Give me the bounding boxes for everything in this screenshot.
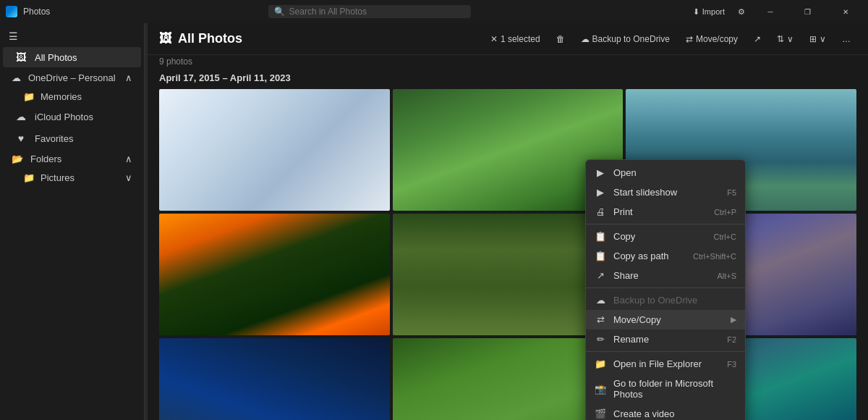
sidebar-pictures-label: Pictures — [41, 172, 75, 183]
app-body: ☰ 🖼 All Photos ☁ OneDrive – Personal ∧ 📁… — [0, 23, 868, 420]
photo-image-7 — [159, 338, 390, 420]
menu-item-create-video[interactable]: 🎬 Create a video — [586, 404, 745, 420]
sidebar-item-label: All Photos — [35, 52, 77, 63]
close-button[interactable]: ✕ — [829, 0, 862, 23]
close-selection-icon: ✕ — [490, 34, 498, 44]
menu-share-label: Share — [613, 270, 639, 281]
menu-slideshow-label: Start slideshow — [613, 187, 677, 198]
photo-cell-7[interactable] — [159, 338, 390, 420]
photo-image-1 — [159, 89, 390, 211]
photo-cell-4[interactable] — [159, 214, 390, 335]
sidebar-item-pictures[interactable]: 📁 Pictures ∨ — [0, 169, 144, 187]
movecopy-context-icon: ⇄ — [595, 314, 606, 325]
sidebar-item-favorites[interactable]: ♥ Favorites — [3, 128, 141, 148]
menu-item-slideshow[interactable]: ▶ Start slideshow F5 — [586, 182, 745, 202]
search-bar[interactable]: 🔍 — [268, 5, 471, 18]
delete-icon: 🗑 — [556, 34, 565, 44]
onedrive-icon: ☁ — [12, 72, 21, 83]
import-button[interactable]: ⬇ Import — [689, 6, 729, 18]
close-icon: ✕ — [843, 8, 848, 16]
minimize-button[interactable]: ─ — [754, 0, 787, 23]
date-range: April 17, 2015 – April 11, 2023 — [148, 67, 868, 86]
titlebar-left: Photos — [6, 6, 50, 17]
backup-button[interactable]: ☁ Backup to OneDrive — [575, 31, 676, 47]
restore-icon: ❐ — [804, 8, 811, 16]
copy-shortcut: Ctrl+C — [714, 232, 736, 241]
more-button[interactable]: … — [836, 31, 856, 47]
sidebar-item-onedrive[interactable]: ☁ OneDrive – Personal ∧ — [0, 68, 144, 88]
menu-go-to-folder-label: Go to folder in Microsoft Photos — [613, 378, 736, 400]
photo-cell-1[interactable] — [159, 89, 390, 211]
sort-button[interactable]: ⇅ ∨ — [771, 31, 799, 47]
selected-count-badge[interactable]: ✕ 1 selected — [485, 31, 546, 47]
menu-item-copy-path[interactable]: 📋 Copy as path Ctrl+Shift+C — [586, 246, 745, 266]
movecopy-button[interactable]: ⇄ Move/copy — [680, 31, 744, 47]
view-chevron: ∨ — [820, 34, 826, 44]
print-icon: 🖨 — [595, 206, 606, 217]
menu-divider-1 — [586, 224, 745, 224]
slideshow-shortcut: F5 — [727, 188, 736, 197]
menu-movecopy-label: Move/Copy — [613, 314, 661, 325]
menu-item-movecopy[interactable]: ⇄ Move/Copy ▶ — [586, 310, 745, 329]
share-icon: ↗ — [754, 34, 761, 44]
menu-item-open[interactable]: ▶ Open — [586, 163, 745, 182]
sidebar-memories-label: Memories — [41, 91, 82, 102]
pictures-icon: 📁 — [23, 172, 35, 183]
backup-context-icon: ☁ — [595, 295, 606, 306]
titlebar-right: ⬇ Import ⚙ ─ ❐ ✕ — [689, 0, 862, 23]
explorer-icon: 📁 — [595, 358, 606, 369]
context-menu: ▶ Open ▶ Start slideshow F5 🖨 Print Ctrl… — [585, 159, 746, 420]
share-button[interactable]: ↗ — [748, 31, 767, 47]
movecopy-icon: ⇄ — [686, 34, 693, 44]
sidebar-item-all-photos[interactable]: 🖼 All Photos — [3, 47, 141, 67]
share-context-icon: ↗ — [595, 270, 606, 281]
menu-copy-path-label: Copy as path — [613, 251, 669, 261]
import-label: Import — [702, 7, 725, 16]
menu-open-label: Open — [613, 167, 637, 178]
content-area: 🖼 All Photos ✕ 1 selected 🗑 ☁ Backup to … — [148, 23, 868, 420]
settings-button[interactable]: ⚙ — [733, 6, 749, 18]
menu-item-share[interactable]: ↗ Share Alt+S — [586, 266, 745, 285]
slideshow-icon: ▶ — [595, 187, 606, 198]
favorites-icon: ♥ — [14, 133, 27, 144]
menu-item-print[interactable]: 🖨 Print Ctrl+P — [586, 202, 745, 222]
view-button[interactable]: ⊞ ∨ — [804, 31, 832, 47]
search-icon: 🔍 — [274, 7, 285, 17]
menu-item-go-to-folder[interactable]: 📸 Go to folder in Microsoft Photos — [586, 374, 745, 404]
menu-explorer-label: Open in File Explorer — [613, 358, 702, 369]
sidebar-item-memories[interactable]: 📁 Memories — [0, 88, 144, 106]
sidebar-item-icloud[interactable]: ☁ iCloud Photos — [3, 106, 141, 127]
minimize-icon: ─ — [767, 8, 773, 16]
restore-button[interactable]: ❐ — [791, 0, 825, 23]
titlebar: Photos 🔍 ⬇ Import ⚙ ─ ❐ ✕ — [0, 0, 868, 23]
menu-item-open-explorer[interactable]: 📁 Open in File Explorer F3 — [586, 354, 745, 374]
sort-icon: ⇅ — [777, 34, 784, 44]
menu-item-rename[interactable]: ✏ Rename F2 — [586, 329, 745, 349]
search-input[interactable] — [289, 7, 465, 17]
sidebar-folders-label: Folders — [30, 154, 61, 164]
backup-label: Backup to OneDrive — [592, 34, 670, 44]
menu-backup-label: Backup to OneDrive — [613, 295, 697, 306]
all-photos-icon: 🖼 — [14, 51, 27, 63]
menu-item-copy[interactable]: 📋 Copy Ctrl+C — [586, 227, 745, 246]
page-title-icon: 🖼 — [159, 31, 172, 46]
import-icon: ⬇ — [693, 7, 699, 17]
chevron-up-icon: ∧ — [125, 72, 132, 83]
sidebar-item-folders[interactable]: 📂 Folders ∧ — [0, 149, 144, 169]
photo-image-4 — [159, 214, 390, 335]
hamburger-button[interactable]: ☰ — [0, 26, 144, 46]
copy-path-icon: 📋 — [595, 251, 606, 261]
sidebar-onedrive-label: OneDrive – Personal — [28, 72, 116, 83]
page-title-text: All Photos — [178, 31, 242, 46]
memories-icon: 📁 — [23, 91, 35, 102]
app-name: Photos — [23, 7, 50, 17]
copy-icon: 📋 — [595, 231, 606, 242]
sort-chevron: ∨ — [787, 34, 793, 44]
sidebar-favorites-label: Favorites — [35, 133, 73, 144]
menu-copy-label: Copy — [613, 231, 635, 242]
sidebar-icloud-label: iCloud Photos — [35, 112, 93, 122]
menu-divider-2 — [586, 287, 745, 288]
delete-button[interactable]: 🗑 — [550, 31, 571, 47]
movecopy-arrow-icon: ▶ — [731, 315, 736, 324]
more-icon: … — [842, 34, 851, 44]
